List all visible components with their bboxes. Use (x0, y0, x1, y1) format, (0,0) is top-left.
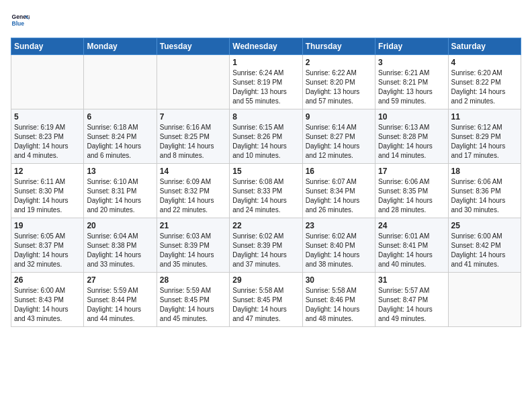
cell-info: Sunrise: 6:06 AMSunset: 8:35 PMDaylight:… (378, 177, 445, 215)
cell-info: Sunrise: 6:00 AMSunset: 8:43 PMDaylight:… (14, 286, 81, 324)
calendar-cell: 26Sunrise: 6:00 AMSunset: 8:43 PMDayligh… (11, 273, 84, 327)
calendar-week-row: 5Sunrise: 6:19 AMSunset: 8:23 PMDaylight… (11, 109, 521, 164)
calendar-cell: 21Sunrise: 6:03 AMSunset: 8:39 PMDayligh… (157, 218, 229, 273)
calendar-cell: 25Sunrise: 6:00 AMSunset: 8:42 PMDayligh… (448, 218, 521, 273)
calendar-cell: 31Sunrise: 5:57 AMSunset: 8:47 PMDayligh… (375, 273, 448, 327)
calendar-cell: 15Sunrise: 6:08 AMSunset: 8:33 PMDayligh… (230, 164, 302, 218)
calendar-cell: 20Sunrise: 6:04 AMSunset: 8:38 PMDayligh… (84, 218, 157, 273)
day-header-wednesday: Wednesday (230, 38, 302, 55)
calendar-cell: 10Sunrise: 6:13 AMSunset: 8:28 PMDayligh… (375, 109, 448, 164)
day-number: 12 (14, 167, 81, 176)
calendar-cell: 9Sunrise: 6:14 AMSunset: 8:27 PMDaylight… (302, 109, 375, 164)
day-number: 17 (378, 167, 445, 176)
day-header-monday: Monday (84, 38, 157, 55)
calendar-cell: 18Sunrise: 6:06 AMSunset: 8:36 PMDayligh… (448, 164, 521, 218)
cell-info: Sunrise: 6:21 AMSunset: 8:21 PMDaylight:… (378, 68, 445, 106)
day-number: 22 (232, 221, 299, 230)
cell-info: Sunrise: 6:06 AMSunset: 8:36 PMDaylight:… (451, 177, 518, 215)
calendar-cell: 17Sunrise: 6:06 AMSunset: 8:35 PMDayligh… (375, 164, 448, 218)
calendar-cell: 13Sunrise: 6:10 AMSunset: 8:31 PMDayligh… (84, 164, 157, 218)
cell-info: Sunrise: 6:14 AMSunset: 8:27 PMDaylight:… (306, 123, 372, 161)
day-number: 27 (87, 275, 153, 285)
calendar-cell (448, 273, 521, 327)
cell-info: Sunrise: 6:05 AMSunset: 8:37 PMDaylight:… (14, 232, 81, 269)
cell-info: Sunrise: 6:07 AMSunset: 8:34 PMDaylight:… (306, 177, 372, 215)
day-number: 18 (451, 167, 518, 176)
day-number: 7 (160, 112, 226, 122)
calendar-cell: 23Sunrise: 6:02 AMSunset: 8:40 PMDayligh… (302, 218, 375, 273)
calendar-cell: 19Sunrise: 6:05 AMSunset: 8:37 PMDayligh… (11, 218, 84, 273)
cell-info: Sunrise: 5:57 AMSunset: 8:47 PMDaylight:… (378, 286, 445, 324)
cell-info: Sunrise: 6:16 AMSunset: 8:25 PMDaylight:… (160, 123, 226, 161)
day-number: 31 (378, 275, 445, 285)
day-number: 9 (306, 112, 372, 122)
day-number: 5 (14, 112, 81, 122)
calendar-cell: 1Sunrise: 6:24 AMSunset: 8:19 PMDaylight… (230, 55, 302, 109)
day-number: 8 (232, 112, 299, 122)
page-header: General Blue (11, 11, 521, 30)
day-number: 16 (306, 167, 372, 176)
calendar-cell: 3Sunrise: 6:21 AMSunset: 8:21 PMDaylight… (375, 55, 448, 109)
day-number: 13 (87, 167, 153, 176)
day-header-tuesday: Tuesday (157, 38, 229, 55)
calendar-cell: 2Sunrise: 6:22 AMSunset: 8:20 PMDaylight… (302, 55, 375, 109)
cell-info: Sunrise: 6:15 AMSunset: 8:26 PMDaylight:… (232, 123, 299, 161)
day-number: 20 (87, 221, 153, 230)
calendar-week-row: 19Sunrise: 6:05 AMSunset: 8:37 PMDayligh… (11, 218, 521, 273)
day-number: 11 (451, 112, 518, 122)
cell-info: Sunrise: 5:59 AMSunset: 8:44 PMDaylight:… (87, 286, 153, 324)
day-number: 21 (160, 221, 226, 230)
day-header-friday: Friday (375, 38, 448, 55)
cell-info: Sunrise: 6:02 AMSunset: 8:40 PMDaylight:… (306, 232, 372, 269)
cell-info: Sunrise: 5:58 AMSunset: 8:46 PMDaylight:… (306, 286, 372, 324)
cell-info: Sunrise: 6:01 AMSunset: 8:41 PMDaylight:… (378, 232, 445, 269)
calendar-cell: 29Sunrise: 5:58 AMSunset: 8:45 PMDayligh… (230, 273, 302, 327)
cell-info: Sunrise: 6:22 AMSunset: 8:20 PMDaylight:… (306, 68, 372, 106)
day-number: 23 (306, 221, 372, 230)
day-header-sunday: Sunday (11, 38, 84, 55)
day-number: 4 (451, 58, 518, 67)
calendar-cell: 8Sunrise: 6:15 AMSunset: 8:26 PMDaylight… (230, 109, 302, 164)
day-number: 10 (378, 112, 445, 122)
day-number: 19 (14, 221, 81, 230)
calendar-cell: 27Sunrise: 5:59 AMSunset: 8:44 PMDayligh… (84, 273, 157, 327)
cell-info: Sunrise: 6:00 AMSunset: 8:42 PMDaylight:… (451, 232, 518, 269)
calendar-cell: 14Sunrise: 6:09 AMSunset: 8:32 PMDayligh… (157, 164, 229, 218)
day-number: 15 (232, 167, 299, 176)
cell-info: Sunrise: 6:18 AMSunset: 8:24 PMDaylight:… (87, 123, 153, 161)
logo: General Blue (11, 11, 30, 30)
calendar-week-row: 1Sunrise: 6:24 AMSunset: 8:19 PMDaylight… (11, 55, 521, 109)
calendar-cell: 4Sunrise: 6:20 AMSunset: 8:22 PMDaylight… (448, 55, 521, 109)
calendar-cell (157, 55, 229, 109)
calendar-cell (11, 55, 84, 109)
calendar-cell: 12Sunrise: 6:11 AMSunset: 8:30 PMDayligh… (11, 164, 84, 218)
cell-info: Sunrise: 6:08 AMSunset: 8:33 PMDaylight:… (232, 177, 299, 215)
cell-info: Sunrise: 6:03 AMSunset: 8:39 PMDaylight:… (160, 232, 226, 269)
day-number: 26 (14, 275, 81, 285)
cell-info: Sunrise: 6:02 AMSunset: 8:39 PMDaylight:… (232, 232, 299, 269)
day-number: 6 (87, 112, 153, 122)
calendar-cell: 5Sunrise: 6:19 AMSunset: 8:23 PMDaylight… (11, 109, 84, 164)
cell-info: Sunrise: 6:19 AMSunset: 8:23 PMDaylight:… (14, 123, 81, 161)
calendar-week-row: 12Sunrise: 6:11 AMSunset: 8:30 PMDayligh… (11, 164, 521, 218)
day-number: 30 (306, 275, 372, 285)
cell-info: Sunrise: 5:58 AMSunset: 8:45 PMDaylight:… (232, 286, 299, 324)
day-number: 25 (451, 221, 518, 230)
calendar-cell: 30Sunrise: 5:58 AMSunset: 8:46 PMDayligh… (302, 273, 375, 327)
cell-info: Sunrise: 6:11 AMSunset: 8:30 PMDaylight:… (14, 177, 81, 215)
cell-info: Sunrise: 6:10 AMSunset: 8:31 PMDaylight:… (87, 177, 153, 215)
calendar-cell: 16Sunrise: 6:07 AMSunset: 8:34 PMDayligh… (302, 164, 375, 218)
calendar-cell: 28Sunrise: 5:59 AMSunset: 8:45 PMDayligh… (157, 273, 229, 327)
day-header-thursday: Thursday (302, 38, 375, 55)
day-number: 28 (160, 275, 226, 285)
svg-text:Blue: Blue (12, 20, 25, 27)
logo-icon: General Blue (11, 11, 30, 30)
calendar-week-row: 26Sunrise: 6:00 AMSunset: 8:43 PMDayligh… (11, 273, 521, 327)
cell-info: Sunrise: 6:09 AMSunset: 8:32 PMDaylight:… (160, 177, 226, 215)
day-number: 14 (160, 167, 226, 176)
day-number: 1 (232, 58, 299, 67)
calendar-cell: 24Sunrise: 6:01 AMSunset: 8:41 PMDayligh… (375, 218, 448, 273)
calendar-cell (84, 55, 157, 109)
cell-info: Sunrise: 6:20 AMSunset: 8:22 PMDaylight:… (451, 68, 518, 106)
day-number: 29 (232, 275, 299, 285)
